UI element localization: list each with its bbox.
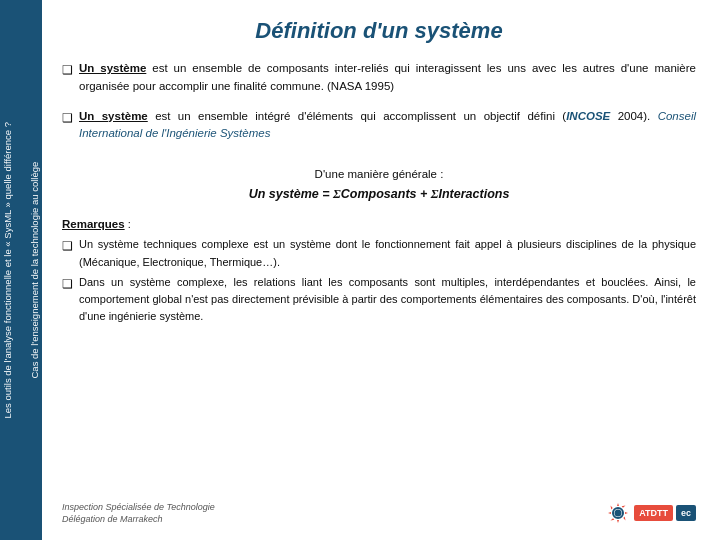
footer-line1: Inspection Spécialisée de Technologie bbox=[62, 501, 215, 514]
remarks-title: Remarques : bbox=[62, 216, 696, 234]
footer-line2: Délégation de Marrakech bbox=[62, 513, 215, 526]
main-content: Définition d'un système ❑ Un système est… bbox=[42, 0, 720, 540]
remarks-paragraph1: ❑ Un système techniques complexe est un … bbox=[62, 236, 696, 270]
sidebar-panel: Les outils de l'analyse fonctionnelle et… bbox=[0, 0, 42, 540]
remarks-paragraph1-text: Un système techniques complexe est un sy… bbox=[79, 236, 696, 270]
checkbox-remarks-2: ❑ bbox=[62, 275, 73, 294]
general-manner-block: D'une manière générale : Un système = ΣC… bbox=[62, 165, 696, 203]
page-title: Définition d'un système bbox=[62, 18, 696, 44]
svg-point-1 bbox=[615, 510, 622, 517]
general-manner-line1: D'une manière générale : bbox=[62, 165, 696, 183]
section2-text: Un système est un ensemble intégré d'élé… bbox=[79, 108, 696, 144]
general-manner-line2: Un système = ΣComposants + ΣInteractions bbox=[62, 184, 696, 204]
checkbox-2: ❑ bbox=[62, 109, 73, 128]
gear-icon bbox=[605, 500, 631, 526]
section-1: ❑ Un système est un ensemble de composan… bbox=[62, 60, 696, 96]
remarks-section: Remarques : ❑ Un système techniques comp… bbox=[62, 216, 696, 325]
checkbox-1: ❑ bbox=[62, 61, 73, 80]
section-2: ❑ Un système est un ensemble intégré d'é… bbox=[62, 108, 696, 144]
logo-tec: ec bbox=[676, 505, 696, 522]
remarks-paragraph2-text: Dans un système complexe, les relations … bbox=[79, 274, 696, 325]
footer-row: Inspection Spécialisée de Technologie Dé… bbox=[62, 494, 696, 526]
checkbox-remarks-1: ❑ bbox=[62, 237, 73, 256]
footer-text: Inspection Spécialisée de Technologie Dé… bbox=[62, 501, 215, 526]
remarks-paragraph2: ❑ Dans un système complexe, les relation… bbox=[62, 274, 696, 325]
sidebar-text: Les outils de l'analyse fonctionnelle et… bbox=[0, 116, 43, 425]
section1-text: Un système est un ensemble de composants… bbox=[79, 60, 696, 96]
logo-atdt: ATDTT bbox=[634, 505, 673, 522]
logo-box: ATDTT ec bbox=[605, 500, 696, 526]
